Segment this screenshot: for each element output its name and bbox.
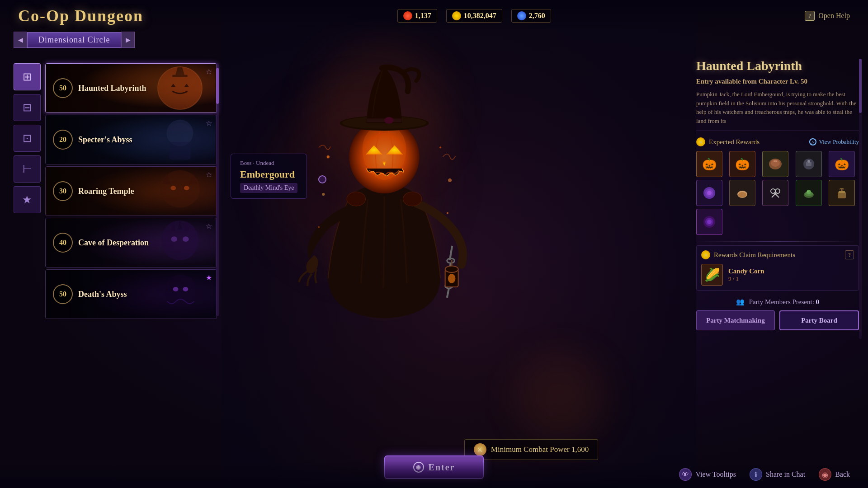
svg-point-77: [807, 191, 809, 192]
party-board-button[interactable]: Party Board: [779, 310, 859, 330]
boss-name: Embergourd: [240, 169, 297, 180]
boss-info-popup: Boss · Undead Embergourd Deathly Mind's …: [231, 154, 307, 199]
boss-skill: Deathly Mind's Eye: [240, 183, 297, 193]
sidebar-icon-list2[interactable]: ⊡: [14, 125, 41, 152]
reward-item-3[interactable]: [762, 151, 788, 177]
view-probability-button[interactable]: △ View Probability: [809, 138, 859, 145]
list-scrollbar[interactable]: [216, 63, 219, 316]
svg-rect-61: [774, 160, 777, 162]
nav-tab-label[interactable]: Dimensional Circle: [27, 32, 121, 48]
sidebar-icon-list3[interactable]: ⊢: [14, 155, 41, 183]
dungeon-star-specter: ☆: [206, 119, 212, 127]
party-board-label: Party Board: [801, 317, 837, 324]
dungeon-item-roaring[interactable]: 30 Roaring Temple ☆: [45, 166, 217, 216]
back-button[interactable]: ◉ Back: [819, 468, 850, 481]
reward-item-4[interactable]: [796, 151, 822, 177]
currency-gold-icon: [452, 11, 461, 20]
svg-rect-78: [838, 192, 846, 198]
svg-point-56: [318, 226, 320, 228]
nav-tab-row: ◀ Dimensional Circle ▶: [14, 32, 135, 48]
tooltips-icon: 👁: [679, 468, 692, 481]
reward-item-9[interactable]: [796, 180, 822, 206]
dungeon-name-specter: Specter's Abyss: [78, 135, 132, 145]
currency-gold: 10,382,047: [446, 9, 502, 23]
req-title-label: Rewards Claim Requirements: [714, 251, 795, 259]
sidebar-icon-star[interactable]: ★: [14, 186, 41, 213]
req-help-button[interactable]: ?: [845, 250, 854, 259]
combat-power-text: Minimum Combat Power 1,600: [491, 445, 589, 454]
reward-item-7[interactable]: [729, 180, 755, 206]
dungeon-level-haunted: 50: [53, 78, 73, 98]
share-in-chat-button[interactable]: ℹ Share in Chat: [750, 468, 805, 481]
party-section: 👥 Party Members Present: 0 Party Matchma…: [696, 298, 859, 330]
dungeon-item-deaths[interactable]: 50 Death's Abyss ★: [45, 269, 217, 319]
dungeon-level-cave: 40: [53, 233, 73, 253]
party-matchmaking-button[interactable]: Party Matchmaking: [696, 310, 775, 330]
dungeon-item-haunted[interactable]: 50 Haunted Labyrinth ☆: [45, 63, 217, 113]
req-icon: ★: [701, 250, 710, 259]
panel-scrollbar-thumb: [859, 59, 862, 113]
reward-item-10[interactable]: [829, 180, 855, 206]
currency-red-value: 1,137: [415, 12, 431, 20]
svg-point-48: [445, 266, 458, 272]
reward-item-5[interactable]: 🎃: [829, 151, 855, 177]
reward-item-2[interactable]: 🎃: [729, 151, 755, 177]
req-item: 🌽 Candy Corn 9 / 1: [701, 264, 854, 286]
dungeon-detail-title: Haunted Labyrinth: [696, 59, 859, 73]
svg-point-41: [384, 117, 394, 124]
reward-item-1[interactable]: 🎃: [696, 151, 722, 177]
currency-blue-icon: [517, 11, 526, 20]
share-label: Share in Chat: [766, 470, 805, 479]
dungeon-content-roaring: 30 Roaring Temple: [46, 181, 142, 201]
sidebar-icon-list1[interactable]: ⊟: [14, 94, 41, 121]
left-sidebar: ⊞ ⊟ ⊡ ⊢ ★: [14, 63, 41, 213]
reward-item-11[interactable]: [696, 209, 722, 235]
back-icon: ◉: [819, 468, 831, 481]
view-prob-icon: △: [809, 138, 816, 145]
dungeon-star-deaths: ★: [206, 273, 212, 282]
svg-point-58: [447, 212, 448, 214]
top-bar: Co-Op Dungeon 1,137 10,382,047 2,760 ? O…: [0, 0, 868, 32]
dungeon-item-specter[interactable]: 20 Specter's Abyss ☆: [45, 115, 217, 164]
combat-power-bar: ⚔ Minimum Combat Power 1,600: [222, 438, 841, 461]
svg-point-49: [448, 274, 456, 283]
help-label: Open Help: [818, 12, 850, 20]
reward-item-6[interactable]: [696, 180, 722, 206]
sidebar-icon-grid[interactable]: ⊞: [14, 63, 41, 90]
dungeon-star-roaring: ☆: [206, 170, 212, 179]
back-label: Back: [835, 470, 850, 479]
boss-type: Boss · Undead: [240, 160, 297, 167]
reward-item-8[interactable]: [762, 180, 788, 206]
svg-point-67: [707, 191, 712, 195]
dungeon-level-specter: 20: [53, 130, 73, 150]
list-scrollbar-thumb: [216, 68, 219, 104]
dungeon-item-cave[interactable]: 40 Cave of Desperation ☆: [45, 218, 217, 267]
svg-point-57: [322, 193, 325, 196]
dungeon-description: Pumpkin Jack, the Lord Embergourd, is tr…: [696, 90, 859, 131]
dungeon-content-haunted: 50 Haunted Labyrinth: [46, 78, 154, 98]
req-title-text: ★ Rewards Claim Requirements: [701, 250, 795, 259]
open-help-button[interactable]: ? Open Help: [805, 11, 850, 21]
req-item-count: 9 / 1: [728, 275, 764, 282]
currency-red-icon: [403, 11, 412, 20]
bottom-bar: 👁 View Tooltips ℹ Share in Chat ◉ Back: [0, 461, 868, 488]
reward-grid-row1: 🎃 🎃 🎃: [696, 151, 859, 177]
svg-point-54: [439, 146, 441, 148]
svg-point-83: [707, 220, 712, 224]
panel-scrollbar[interactable]: [859, 59, 862, 339]
req-item-info: Candy Corn 9 / 1: [728, 267, 764, 282]
dungeon-name-haunted: Haunted Labyrinth: [78, 84, 146, 93]
view-tooltips-button[interactable]: 👁 View Tooltips: [679, 468, 736, 481]
svg-point-69: [738, 192, 746, 197]
currency-blue: 2,760: [511, 9, 551, 23]
combat-power-icon: ⚔: [474, 443, 486, 456]
currency-bar: 1,137 10,382,047 2,760: [397, 9, 551, 23]
dungeon-level-roaring: 30: [53, 181, 73, 201]
nav-next-button[interactable]: ▶: [121, 32, 135, 48]
rewards-title-text: Expected Rewards: [709, 138, 760, 146]
req-title: ★ Rewards Claim Requirements ?: [701, 250, 854, 259]
req-item-icon: 🌽: [701, 264, 723, 286]
divider: [696, 241, 859, 242]
nav-prev-button[interactable]: ◀: [14, 32, 27, 48]
center-area: Boss · Undead Embergourd Deathly Mind's …: [222, 63, 475, 316]
